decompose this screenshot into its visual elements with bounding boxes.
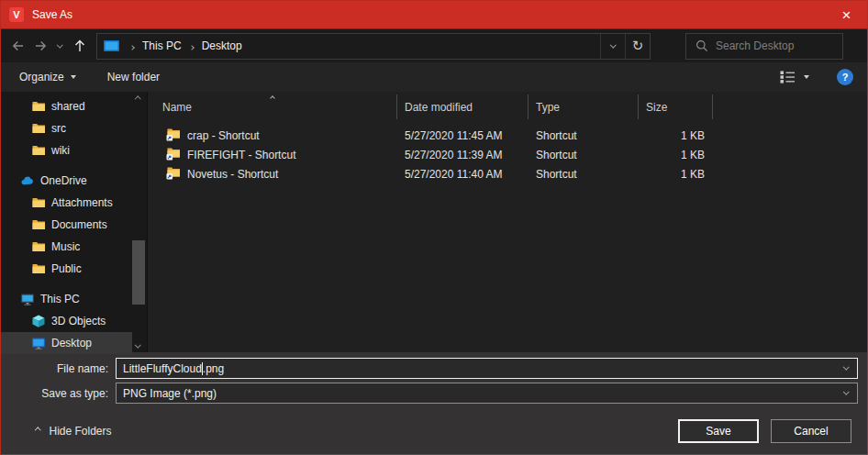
up-button[interactable] [67, 34, 93, 58]
sidebar-item-desktop[interactable]: Desktop [1, 332, 132, 354]
scrollbar-thumb[interactable] [132, 240, 145, 305]
back-button[interactable] [6, 34, 29, 58]
column-headers: NameDate modifiedTypeSize [148, 94, 867, 119]
search-box[interactable] [685, 33, 843, 60]
chevron-down-icon [843, 364, 849, 370]
hide-folders-button[interactable]: Hide Folders [36, 425, 112, 438]
sidebar-item-label: Music [51, 240, 80, 253]
organize-button[interactable]: Organize [12, 62, 83, 92]
sidebar-item-3d-objects[interactable]: 3D Objects [1, 310, 132, 332]
size-cell: 1 KB [639, 149, 713, 161]
main-area: sharedsrcwikiOneDriveAttachmentsDocument… [1, 92, 867, 352]
breadcrumb-item-desktop[interactable]: Desktop [199, 39, 245, 52]
column-header-label: Type [536, 101, 560, 114]
scroll-up-icon[interactable] [135, 96, 140, 102]
column-header-name[interactable]: Name [148, 94, 397, 119]
folder-shortcut-icon [166, 146, 181, 163]
type-cell: Shortcut [529, 149, 639, 161]
back-arrow-icon [9, 38, 26, 54]
sidebar-item-label: Documents [51, 218, 107, 231]
recent-locations-button[interactable] [53, 34, 67, 58]
column-header-date-modified[interactable]: Date modified [397, 94, 529, 119]
file-name-value-before-caret: LittleFluffyCloud [123, 362, 202, 375]
scroll-down-icon[interactable] [135, 341, 140, 347]
save-button[interactable]: Save [678, 419, 759, 443]
column-header-type[interactable]: Type [529, 94, 639, 119]
dropdown-triangle-icon [71, 75, 76, 79]
sidebar-item-label: OneDrive [40, 174, 87, 187]
date-modified-cell: 5/27/2020 11:45 AM [397, 129, 529, 142]
search-icon [695, 39, 709, 53]
folder-icon [31, 99, 46, 114]
sidebar-item-src[interactable]: src [1, 117, 132, 139]
file-name-cell: Novetus - Shortcut [148, 165, 397, 183]
cancel-button[interactable]: Cancel [771, 419, 851, 443]
titlebar: V Save As × [1, 1, 867, 28]
file-name-text: Novetus - Shortcut [187, 168, 278, 181]
sidebar-item-attachments[interactable]: Attachments [1, 192, 132, 214]
folder-icon [31, 143, 46, 158]
file-row-firefight-shortcut[interactable]: FIREFIGHT - Shortcut5/27/2020 11:39 AMSh… [148, 145, 867, 164]
sidebar-item-label: 3D Objects [51, 315, 106, 327]
new-folder-label: New folder [107, 71, 160, 83]
3d-objects-cube-icon [31, 314, 46, 328]
help-button[interactable]: ? [837, 69, 853, 85]
resize-grip[interactable] [862, 449, 863, 450]
desktop-location-icon [104, 40, 119, 52]
sidebar-item-documents[interactable]: Documents [1, 214, 132, 236]
column-header-label: Name [162, 101, 192, 114]
vivaldi-logo-letter: V [13, 9, 19, 20]
dialog-buttons: Save Cancel [678, 419, 851, 443]
file-name-cell: crap - Shortcut [148, 127, 397, 144]
this-pc-icon [20, 292, 35, 306]
sidebar-item-label: This PC [40, 293, 80, 305]
breadcrumb-separator-icon [190, 39, 194, 52]
sidebar-item-label: src [51, 122, 66, 135]
new-folder-button[interactable]: New folder [100, 62, 167, 92]
column-header-label: Size [646, 101, 667, 114]
folder-icon [31, 217, 46, 232]
sidebar-item-label: Public [51, 262, 82, 275]
breadcrumb-item-this-pc[interactable]: This PC [139, 39, 184, 52]
file-name-cell: FIREFIGHT - Shortcut [148, 146, 397, 163]
save-as-type-select[interactable]: PNG Image (*.png) [116, 383, 858, 404]
search-input[interactable] [716, 39, 842, 52]
sidebar-item-onedrive[interactable]: OneDrive [1, 170, 132, 192]
folder-icon [31, 239, 46, 254]
sidebar-scrollbar[interactable] [132, 94, 145, 351]
save-as-type-value: PNG Image (*.png) [123, 387, 217, 400]
sidebar-item-shared[interactable]: shared [1, 95, 132, 117]
address-bar[interactable]: This PCDesktop ↻ [96, 33, 651, 60]
file-list: NameDate modifiedTypeSize crap - Shortcu… [147, 92, 867, 352]
sidebar-item-this-pc[interactable]: This PC [1, 288, 132, 310]
change-view-button[interactable] [773, 71, 817, 83]
desktop-icon [31, 336, 46, 350]
sidebar-item-public[interactable]: Public [1, 258, 132, 280]
hide-folders-label: Hide Folders [50, 425, 112, 438]
sidebar-item-music[interactable]: Music [1, 236, 132, 258]
breadcrumb-separator-icon [130, 39, 134, 52]
file-name-text: crap - Shortcut [187, 129, 260, 142]
size-cell: 1 KB [639, 168, 713, 181]
vivaldi-app-icon: V [9, 7, 24, 22]
file-row-novetus-shortcut[interactable]: Novetus - Shortcut5/27/2020 11:40 AMShor… [148, 164, 867, 183]
fields-panel: File name: LittleFluffyCloud.png Save as… [1, 352, 867, 407]
file-row-crap-shortcut[interactable]: crap - Shortcut5/27/2020 11:45 AMShortcu… [148, 126, 867, 145]
file-name-input[interactable]: LittleFluffyCloud.png [116, 358, 858, 379]
forward-button[interactable] [29, 34, 53, 58]
dropdown-triangle-icon [804, 75, 809, 79]
bottom-panel: File name: LittleFluffyCloud.png Save as… [1, 352, 867, 454]
column-header-size[interactable]: Size [639, 94, 713, 119]
save-as-dialog: V Save As × This PCDesktop [0, 0, 868, 455]
save-as-type-row: Save as type: PNG Image (*.png) [1, 383, 858, 404]
toolbar-right-group: ? [773, 69, 867, 85]
folder-shortcut-icon [166, 127, 181, 144]
address-dropdown-button[interactable] [600, 34, 625, 59]
close-button[interactable]: × [826, 1, 867, 28]
organize-label: Organize [19, 71, 64, 83]
breadcrumb: This PCDesktop [125, 34, 600, 59]
sidebar-item-wiki[interactable]: wiki [1, 139, 132, 161]
type-cell: Shortcut [529, 168, 639, 181]
refresh-button[interactable]: ↻ [625, 34, 650, 59]
type-cell: Shortcut [529, 129, 639, 142]
